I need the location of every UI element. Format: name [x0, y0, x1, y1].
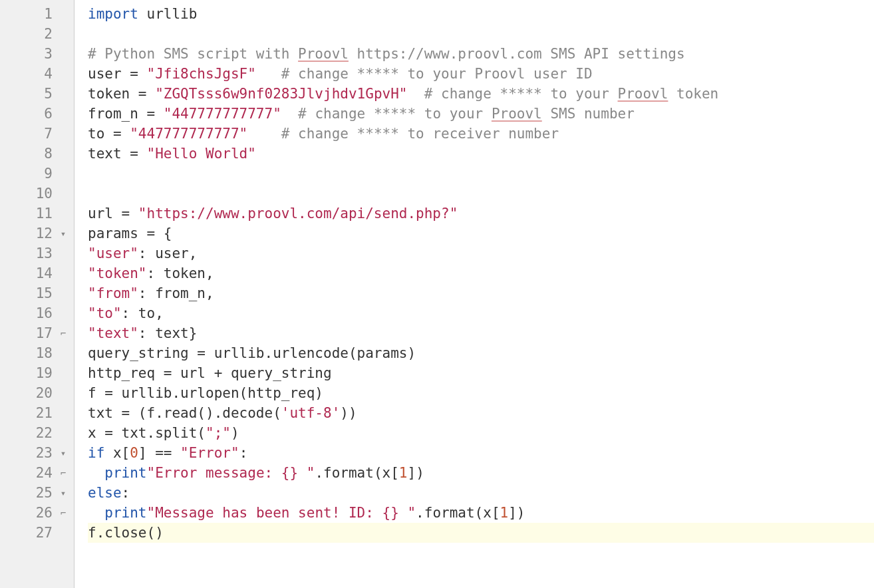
code-line[interactable]: query_string = urllib.urlencode(params) [88, 343, 874, 363]
gutter-row: 8 [0, 144, 74, 164]
fold-marker[interactable]: ⌐ [57, 503, 70, 523]
line-number: 16 [21, 303, 53, 323]
code-line[interactable]: print"Error message: {} ".format(x[1]) [88, 463, 874, 483]
code-token: text = [88, 146, 147, 162]
gutter-row: 20 [0, 383, 74, 403]
code-token: "Error message: {} " [147, 465, 315, 481]
fold-marker[interactable]: ▾ [57, 223, 70, 243]
code-token: http_req = url + query_string [88, 365, 332, 381]
code-token: : to, [122, 305, 164, 321]
line-number: 25 [21, 483, 53, 503]
code-token: x[ [104, 445, 130, 461]
line-number: 2 [21, 24, 53, 44]
code-editor[interactable]: import urllib# Python SMS script with Pr… [74, 0, 874, 588]
code-line[interactable] [88, 164, 874, 184]
gutter: 123456789101112▾1314151617⌐181920212223▾… [0, 0, 74, 588]
code-line[interactable]: http_req = url + query_string [88, 363, 874, 383]
code-line[interactable] [88, 184, 874, 204]
gutter-row: 27 [0, 523, 74, 543]
code-token: "Message has been sent! ID: {} " [147, 505, 416, 521]
code-token: ]) [407, 465, 424, 481]
code-token: "from" [88, 285, 138, 301]
line-number: 13 [21, 243, 53, 263]
code-token: 'utf-8' [281, 405, 341, 421]
gutter-row: 16 [0, 303, 74, 323]
code-token: params = { [88, 225, 172, 241]
code-token: : user, [138, 245, 198, 261]
code-line[interactable]: if x[0] == "Error": [88, 443, 874, 463]
fold-marker[interactable]: ▾ [57, 443, 70, 463]
line-number: 7 [21, 124, 53, 144]
code-token: "https://www.proovl.com/api/send.php?" [138, 206, 458, 221]
code-token [407, 86, 424, 102]
code-token: "token" [88, 265, 147, 281]
code-token: ";" [206, 425, 231, 441]
code-line[interactable]: print"Message has been sent! ID: {} ".fo… [88, 503, 874, 523]
line-number: 26 [21, 503, 53, 523]
code-token: Proovl [618, 86, 668, 102]
code-line[interactable]: import urllib [88, 4, 874, 24]
code-line[interactable]: from_n = "447777777777" # change ***** t… [88, 104, 874, 124]
code-line[interactable]: # Python SMS script with Proovl https://… [88, 44, 874, 64]
line-number: 19 [21, 363, 53, 383]
code-token: 0 [130, 445, 138, 461]
code-token: f = urllib.urlopen(http_req) [88, 385, 323, 401]
code-token: print [104, 505, 146, 521]
line-number: 1 [21, 4, 53, 24]
gutter-row: 12▾ [0, 223, 74, 243]
fold-marker[interactable]: ⌐ [57, 463, 70, 483]
code-token: https://www.proovl.com SMS API settings [349, 46, 685, 62]
code-line[interactable]: to = "447777777777" # change ***** to re… [88, 124, 874, 144]
gutter-row: 26⌐ [0, 503, 74, 523]
code-line[interactable]: "text": text} [88, 323, 874, 343]
code-token: ] == [138, 445, 180, 461]
code-line[interactable]: "user": user, [88, 243, 874, 263]
line-number: 15 [21, 283, 53, 303]
line-number: 22 [21, 423, 53, 443]
line-number: 20 [21, 383, 53, 403]
code-token: : token, [147, 265, 214, 281]
code-line[interactable]: text = "Hello World" [88, 144, 874, 164]
code-token [88, 505, 104, 521]
fold-marker[interactable]: ▾ [57, 483, 70, 503]
code-token: "Hello World" [147, 146, 256, 162]
code-line[interactable]: "from": from_n, [88, 283, 874, 303]
code-token: token [668, 86, 718, 102]
gutter-row: 15 [0, 283, 74, 303]
code-line[interactable]: f.close() [88, 523, 874, 543]
code-token: .format(x[ [416, 505, 500, 521]
gutter-row: 9 [0, 164, 74, 184]
fold-marker[interactable]: ⌐ [57, 323, 70, 343]
code-token: from_n = [88, 106, 164, 122]
code-token: "text" [88, 325, 138, 341]
code-token: if [88, 445, 104, 461]
code-line[interactable]: params = { [88, 223, 874, 243]
code-token: x = txt.split( [88, 425, 206, 441]
code-token: else [88, 485, 122, 501]
gutter-row: 13 [0, 243, 74, 263]
code-line[interactable]: "token": token, [88, 263, 874, 283]
code-line[interactable]: token = "ZGQTsss6w9nf0283Jlvjhdv1GpvH" #… [88, 84, 874, 104]
gutter-row: 24⌐ [0, 463, 74, 483]
code-line[interactable]: else: [88, 483, 874, 503]
code-line[interactable]: txt = (f.read().decode('utf-8')) [88, 403, 874, 423]
code-token: : [122, 485, 130, 501]
code-line[interactable]: x = txt.split(";") [88, 423, 874, 443]
line-number: 21 [21, 403, 53, 423]
code-token: Proovl [492, 106, 542, 122]
code-token: # change ***** to your Proovl user ID [281, 66, 593, 82]
code-token: # change ***** to your [424, 86, 618, 102]
code-line[interactable]: user = "Jfi8chsJgsF" # change ***** to y… [88, 64, 874, 84]
line-number: 10 [21, 184, 53, 204]
code-token: ]) [508, 505, 525, 521]
code-line[interactable]: "to": to, [88, 303, 874, 323]
gutter-row: 19 [0, 363, 74, 383]
code-line[interactable]: url = "https://www.proovl.com/api/send.p… [88, 204, 874, 223]
code-token: user = [88, 66, 147, 82]
code-token: urllib [138, 6, 198, 22]
code-line[interactable] [88, 24, 874, 44]
code-token: token = [88, 86, 155, 102]
code-line[interactable]: f = urllib.urlopen(http_req) [88, 383, 874, 403]
gutter-row: 7 [0, 124, 74, 144]
code-token: # change ***** to your [298, 106, 492, 122]
